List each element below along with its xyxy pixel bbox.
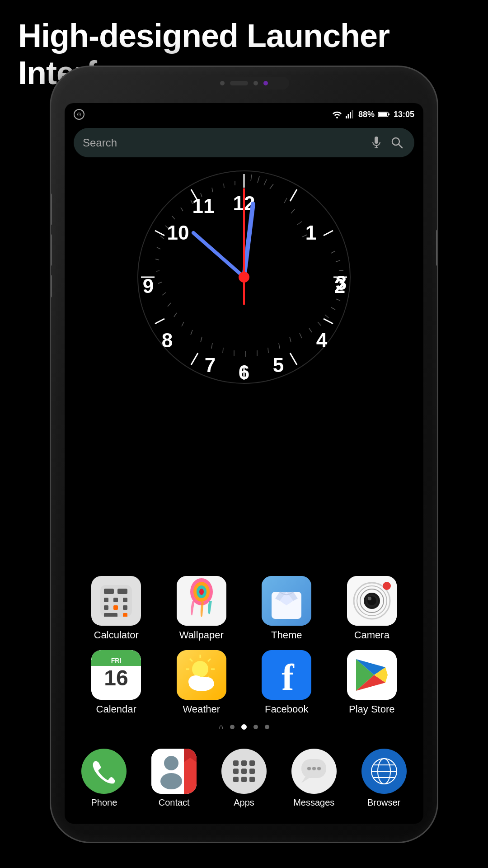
search-placeholder: Search — [83, 137, 364, 149]
svg-rect-2 — [350, 112, 351, 118]
svg-rect-0 — [346, 116, 347, 118]
playstore-icon — [347, 650, 397, 700]
svg-line-56 — [168, 303, 171, 307]
svg-text:1: 1 — [305, 222, 316, 244]
svg-rect-5 — [379, 113, 387, 116]
svg-text:f: f — [282, 657, 295, 698]
svg-text:16: 16 — [104, 666, 128, 690]
app-label-weather: Weather — [183, 703, 220, 715]
app-item-camera[interactable]: Camera — [340, 576, 404, 641]
svg-point-160 — [317, 767, 321, 770]
svg-point-124 — [192, 661, 208, 677]
dock-label-messages: Messages — [293, 797, 334, 808]
front-sensor — [220, 81, 225, 85]
weather-icon — [177, 650, 226, 700]
svg-rect-97 — [104, 605, 108, 610]
svg-rect-148 — [233, 760, 239, 766]
theme-icon — [262, 576, 311, 626]
dot-3[interactable] — [253, 725, 258, 729]
svg-text:11: 11 — [192, 195, 215, 217]
svg-point-106 — [199, 589, 204, 595]
search-bar[interactable]: Search — [74, 128, 414, 157]
svg-point-147 — [160, 773, 182, 789]
contact-icon — [151, 749, 197, 794]
app-item-wallpaper[interactable]: Wallpaper — [170, 576, 233, 641]
app-item-calculator[interactable]: Calculator — [84, 576, 148, 641]
dock-label-apps: Apps — [234, 797, 254, 808]
app-row-2: FRI 16 Calendar — [74, 650, 414, 715]
status-bar: ⊙ 88% — [65, 103, 423, 126]
svg-line-57 — [162, 292, 166, 295]
app-item-playstore[interactable]: Play Store — [340, 650, 404, 715]
dock-item-browser[interactable]: Browser — [357, 749, 411, 808]
svg-text:7: 7 — [205, 354, 216, 376]
phone-icon — [81, 749, 127, 794]
dock-item-phone[interactable]: Phone — [77, 749, 131, 808]
dot-2[interactable] — [241, 724, 247, 730]
svg-line-87 — [193, 233, 244, 277]
dot-1[interactable] — [230, 725, 235, 729]
svg-point-159 — [312, 767, 316, 770]
svg-rect-92 — [104, 589, 114, 594]
calendar-icon: FRI 16 — [91, 650, 141, 700]
svg-line-61 — [157, 247, 160, 249]
svg-line-14 — [290, 189, 297, 201]
svg-rect-154 — [233, 777, 239, 782]
mic-icon[interactable] — [368, 135, 385, 151]
settings-icon: ⊙ — [74, 109, 84, 120]
dot-home: ⌂ — [219, 723, 223, 731]
svg-text:3: 3 — [336, 272, 347, 294]
svg-line-69 — [224, 184, 224, 188]
dock-item-messages[interactable]: Messages — [287, 749, 341, 808]
svg-point-90 — [239, 272, 249, 283]
app-item-facebook[interactable]: f Facebook — [255, 650, 318, 715]
svg-text:5: 5 — [273, 354, 284, 376]
svg-point-117 — [383, 582, 391, 590]
ir-sensor — [263, 81, 268, 85]
svg-line-15 — [324, 231, 333, 236]
svg-text:9: 9 — [143, 275, 154, 297]
volume-down-button[interactable] — [50, 234, 52, 266]
svg-rect-156 — [249, 777, 255, 782]
svg-text:6: 6 — [239, 361, 249, 383]
dock-item-contact[interactable]: Contact — [147, 749, 201, 808]
app-item-theme[interactable]: Theme — [255, 576, 318, 641]
app-item-weather[interactable]: Weather — [170, 650, 233, 715]
dock-label-contact: Contact — [159, 797, 190, 808]
svg-line-46 — [268, 348, 268, 353]
svg-point-135 — [201, 677, 214, 688]
svg-text:FRI: FRI — [111, 657, 122, 664]
svg-rect-155 — [241, 777, 247, 782]
messages-icon — [291, 749, 337, 794]
front-camera — [253, 81, 258, 85]
volume-up-button[interactable] — [50, 193, 52, 225]
status-right: 88% 13:05 — [332, 110, 414, 119]
facebook-icon: f — [262, 650, 311, 700]
svg-line-58 — [158, 282, 162, 283]
bixby-button[interactable] — [50, 275, 52, 297]
svg-line-64 — [172, 216, 175, 219]
search-icon[interactable] — [389, 135, 405, 151]
svg-line-35 — [339, 270, 343, 271]
svg-rect-98 — [113, 605, 118, 610]
svg-line-23 — [155, 231, 164, 236]
phone-screen: ⊙ 88% — [65, 103, 423, 824]
svg-line-51 — [211, 343, 212, 349]
svg-line-45 — [279, 343, 280, 349]
camera-icon — [347, 576, 397, 626]
svg-line-21 — [155, 319, 164, 324]
svg-line-40 — [325, 315, 328, 318]
svg-line-33 — [331, 251, 335, 253]
svg-rect-6 — [388, 113, 389, 115]
power-button[interactable] — [436, 230, 438, 266]
dot-4[interactable] — [265, 725, 269, 729]
svg-rect-94 — [104, 598, 108, 602]
app-label-calendar: Calendar — [96, 703, 136, 715]
status-left: ⊙ — [74, 109, 84, 120]
svg-rect-93 — [117, 589, 127, 594]
dock-label-phone: Phone — [91, 797, 117, 808]
svg-rect-99 — [123, 605, 127, 610]
dock-item-apps[interactable]: Apps — [217, 749, 271, 808]
app-item-calendar[interactable]: FRI 16 Calendar — [84, 650, 148, 715]
svg-line-59 — [156, 271, 160, 271]
